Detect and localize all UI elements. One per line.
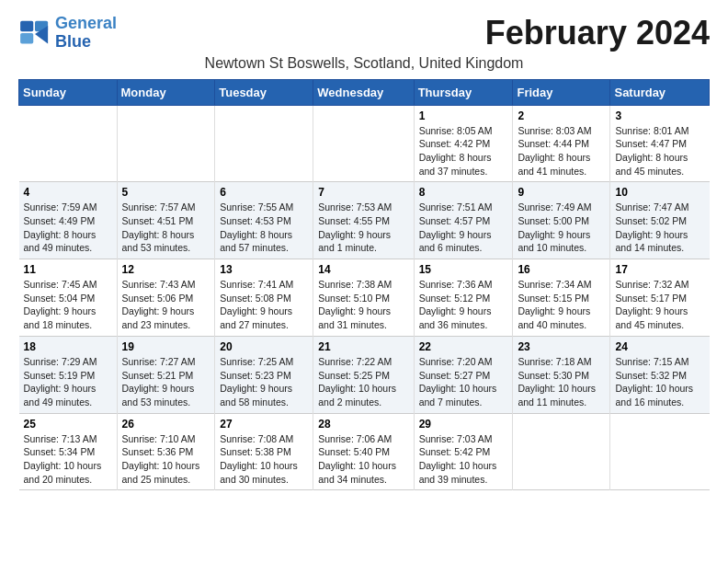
day-number: 3: [615, 109, 704, 122]
day-info: Sunrise: 7:34 AM Sunset: 5:15 PM Dayligh…: [518, 278, 605, 332]
day-info: Sunrise: 7:47 AM Sunset: 5:02 PM Dayligh…: [615, 201, 704, 255]
calendar-cell: 19Sunrise: 7:27 AM Sunset: 5:21 PM Dayli…: [117, 336, 215, 413]
day-info: Sunrise: 7:32 AM Sunset: 5:17 PM Dayligh…: [615, 278, 704, 332]
calendar-cell: 20Sunrise: 7:25 AM Sunset: 5:23 PM Dayli…: [215, 336, 313, 413]
day-info: Sunrise: 7:13 AM Sunset: 5:34 PM Dayligh…: [24, 432, 112, 487]
logo-text: General Blue: [55, 15, 117, 52]
weekday-header-tuesday: Tuesday: [215, 79, 313, 105]
day-info: Sunrise: 7:41 AM Sunset: 5:08 PM Dayligh…: [220, 278, 308, 332]
calendar-cell: 7Sunrise: 7:53 AM Sunset: 4:55 PM Daylig…: [313, 182, 414, 259]
calendar-week-row: 4Sunrise: 7:59 AM Sunset: 4:49 PM Daylig…: [19, 182, 710, 259]
day-number: 10: [615, 186, 704, 199]
calendar-cell: 29Sunrise: 7:03 AM Sunset: 5:42 PM Dayli…: [414, 413, 513, 490]
day-number: 6: [220, 186, 308, 199]
logo: General Blue: [18, 15, 117, 52]
calendar-cell: 24Sunrise: 7:15 AM Sunset: 5:32 PM Dayli…: [610, 336, 710, 413]
weekday-header-sunday: Sunday: [19, 79, 118, 105]
day-info: Sunrise: 7:20 AM Sunset: 5:27 PM Dayligh…: [419, 355, 508, 409]
svg-rect-0: [20, 21, 33, 31]
day-number: 25: [24, 418, 112, 431]
day-number: 9: [518, 186, 605, 199]
day-number: 27: [220, 418, 308, 431]
day-info: Sunrise: 7:18 AM Sunset: 5:30 PM Dayligh…: [518, 355, 605, 409]
day-info: Sunrise: 8:05 AM Sunset: 4:42 PM Dayligh…: [419, 124, 508, 178]
header: General Blue February 2024: [18, 15, 710, 52]
calendar-cell: 10Sunrise: 7:47 AM Sunset: 5:02 PM Dayli…: [610, 182, 710, 259]
calendar-cell: 28Sunrise: 7:06 AM Sunset: 5:40 PM Dayli…: [313, 413, 414, 490]
day-info: Sunrise: 7:29 AM Sunset: 5:19 PM Dayligh…: [24, 355, 112, 409]
day-info: Sunrise: 7:06 AM Sunset: 5:40 PM Dayligh…: [318, 432, 408, 487]
weekday-header-monday: Monday: [117, 79, 215, 105]
calendar-cell: 21Sunrise: 7:22 AM Sunset: 5:25 PM Dayli…: [313, 336, 414, 413]
calendar-cell: [19, 105, 118, 182]
location-subtitle: Newtown St Boswells, Scotland, United Ki…: [18, 55, 710, 72]
weekday-header-saturday: Saturday: [610, 79, 710, 105]
day-number: 16: [518, 263, 605, 276]
calendar-cell: 2Sunrise: 8:03 AM Sunset: 4:44 PM Daylig…: [513, 105, 610, 182]
logo-icon: [18, 19, 51, 47]
calendar-cell: 18Sunrise: 7:29 AM Sunset: 5:19 PM Dayli…: [19, 336, 118, 413]
calendar-cell: 3Sunrise: 8:01 AM Sunset: 4:47 PM Daylig…: [610, 105, 710, 182]
calendar-cell: 23Sunrise: 7:18 AM Sunset: 5:30 PM Dayli…: [513, 336, 610, 413]
day-info: Sunrise: 7:43 AM Sunset: 5:06 PM Dayligh…: [122, 278, 210, 332]
day-number: 8: [419, 186, 508, 199]
day-info: Sunrise: 7:25 AM Sunset: 5:23 PM Dayligh…: [220, 355, 308, 409]
day-info: Sunrise: 7:27 AM Sunset: 5:21 PM Dayligh…: [122, 355, 210, 409]
day-info: Sunrise: 8:01 AM Sunset: 4:47 PM Dayligh…: [615, 124, 704, 178]
day-info: Sunrise: 7:57 AM Sunset: 4:51 PM Dayligh…: [122, 201, 210, 255]
calendar-week-row: 11Sunrise: 7:45 AM Sunset: 5:04 PM Dayli…: [19, 259, 710, 337]
day-info: Sunrise: 7:51 AM Sunset: 4:57 PM Dayligh…: [419, 201, 508, 255]
day-number: 21: [318, 340, 408, 353]
day-number: 15: [419, 263, 508, 276]
weekday-header-friday: Friday: [513, 79, 610, 105]
calendar-cell: 14Sunrise: 7:38 AM Sunset: 5:10 PM Dayli…: [313, 259, 414, 337]
calendar-table: SundayMondayTuesdayWednesdayThursdayFrid…: [18, 79, 710, 491]
day-number: 5: [122, 186, 210, 199]
day-number: 12: [122, 263, 210, 276]
calendar-cell: 4Sunrise: 7:59 AM Sunset: 4:49 PM Daylig…: [19, 182, 118, 259]
day-number: 24: [615, 340, 704, 353]
day-number: 20: [220, 340, 308, 353]
day-number: 19: [122, 340, 210, 353]
calendar-cell: [513, 413, 610, 490]
calendar-cell: 11Sunrise: 7:45 AM Sunset: 5:04 PM Dayli…: [19, 259, 118, 337]
weekday-header-row: SundayMondayTuesdayWednesdayThursdayFrid…: [19, 79, 710, 105]
calendar-cell: 6Sunrise: 7:55 AM Sunset: 4:53 PM Daylig…: [215, 182, 313, 259]
day-number: 26: [122, 418, 210, 431]
calendar-cell: [610, 413, 710, 490]
day-info: Sunrise: 8:03 AM Sunset: 4:44 PM Dayligh…: [518, 124, 605, 178]
calendar-cell: 13Sunrise: 7:41 AM Sunset: 5:08 PM Dayli…: [215, 259, 313, 337]
day-number: 4: [24, 186, 112, 199]
day-info: Sunrise: 7:59 AM Sunset: 4:49 PM Dayligh…: [24, 201, 112, 255]
day-number: 18: [24, 340, 112, 353]
day-number: 1: [419, 109, 508, 122]
calendar-week-row: 18Sunrise: 7:29 AM Sunset: 5:19 PM Dayli…: [19, 336, 710, 413]
calendar-cell: 25Sunrise: 7:13 AM Sunset: 5:34 PM Dayli…: [19, 413, 118, 490]
calendar-cell: 9Sunrise: 7:49 AM Sunset: 5:00 PM Daylig…: [513, 182, 610, 259]
calendar-cell: 16Sunrise: 7:34 AM Sunset: 5:15 PM Dayli…: [513, 259, 610, 337]
calendar-cell: 17Sunrise: 7:32 AM Sunset: 5:17 PM Dayli…: [610, 259, 710, 337]
day-info: Sunrise: 7:22 AM Sunset: 5:25 PM Dayligh…: [318, 355, 408, 409]
calendar-cell: 1Sunrise: 8:05 AM Sunset: 4:42 PM Daylig…: [414, 105, 513, 182]
day-info: Sunrise: 7:10 AM Sunset: 5:36 PM Dayligh…: [122, 432, 210, 487]
calendar-cell: 26Sunrise: 7:10 AM Sunset: 5:36 PM Dayli…: [117, 413, 215, 490]
calendar-cell: 27Sunrise: 7:08 AM Sunset: 5:38 PM Dayli…: [215, 413, 313, 490]
day-number: 23: [518, 340, 605, 353]
calendar-cell: [215, 105, 313, 182]
calendar-cell: 5Sunrise: 7:57 AM Sunset: 4:51 PM Daylig…: [117, 182, 215, 259]
calendar-cell: 12Sunrise: 7:43 AM Sunset: 5:06 PM Dayli…: [117, 259, 215, 337]
day-number: 14: [318, 263, 408, 276]
day-info: Sunrise: 7:49 AM Sunset: 5:00 PM Dayligh…: [518, 201, 605, 255]
calendar-cell: 22Sunrise: 7:20 AM Sunset: 5:27 PM Dayli…: [414, 336, 513, 413]
calendar-cell: [313, 105, 414, 182]
day-number: 11: [24, 263, 112, 276]
month-title: February 2024: [485, 15, 710, 52]
day-info: Sunrise: 7:55 AM Sunset: 4:53 PM Dayligh…: [220, 201, 308, 255]
day-info: Sunrise: 7:38 AM Sunset: 5:10 PM Dayligh…: [318, 278, 408, 332]
day-number: 29: [419, 418, 508, 431]
day-number: 22: [419, 340, 508, 353]
day-info: Sunrise: 7:36 AM Sunset: 5:12 PM Dayligh…: [419, 278, 508, 332]
day-info: Sunrise: 7:15 AM Sunset: 5:32 PM Dayligh…: [615, 355, 704, 409]
day-number: 7: [318, 186, 408, 199]
day-number: 2: [518, 109, 605, 122]
